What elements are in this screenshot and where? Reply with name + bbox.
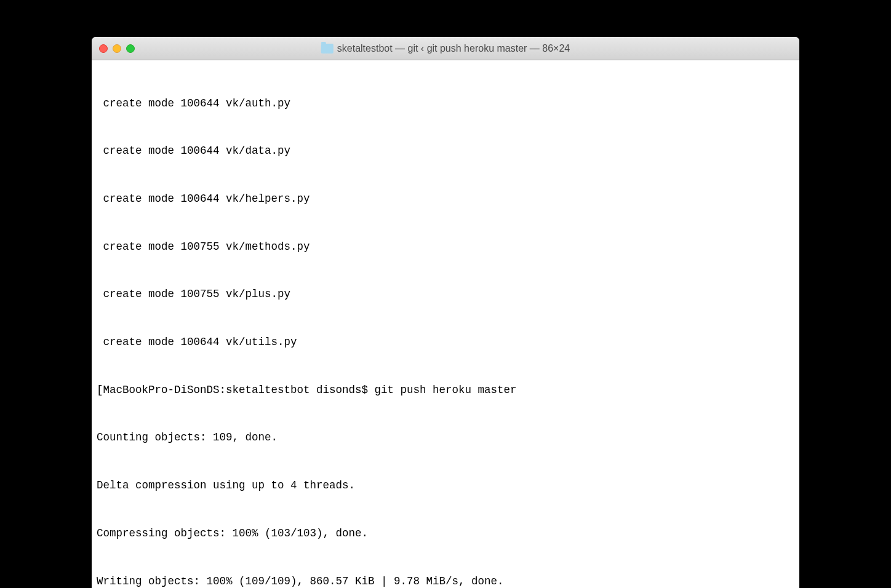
window-titlebar[interactable]: sketaltestbot — git ‹ git push heroku ma… xyxy=(92,37,799,60)
terminal-line: Counting objects: 109, done. xyxy=(97,430,794,446)
zoom-button[interactable] xyxy=(126,44,135,53)
close-button[interactable] xyxy=(99,44,108,53)
terminal-line: create mode 100755 vk/plus.py xyxy=(97,287,794,303)
terminal-line: [MacBookPro-DiSonDS:sketaltestbot disond… xyxy=(97,383,794,399)
terminal-line: create mode 100644 vk/auth.py xyxy=(97,96,794,112)
terminal-line: create mode 100644 vk/helpers.py xyxy=(97,191,794,207)
terminal-line: Writing objects: 100% (109/109), 860.57 … xyxy=(97,574,794,589)
traffic-lights xyxy=(99,44,135,53)
folder-icon xyxy=(321,44,334,54)
window-title-text: sketaltestbot — git ‹ git push heroku ma… xyxy=(337,43,570,54)
minimize-button[interactable] xyxy=(113,44,121,53)
terminal-line: create mode 100644 vk/data.py xyxy=(97,143,794,159)
terminal-line: Delta compression using up to 4 threads. xyxy=(97,478,794,494)
terminal-window: sketaltestbot — git ‹ git push heroku ma… xyxy=(92,37,799,588)
terminal-line: create mode 100755 vk/methods.py xyxy=(97,239,794,255)
window-title: sketaltestbot — git ‹ git push heroku ma… xyxy=(321,43,570,54)
terminal-line: Compressing objects: 100% (103/103), don… xyxy=(97,526,794,542)
terminal-line: create mode 100644 vk/utils.py xyxy=(97,335,794,351)
terminal-content[interactable]: create mode 100644 vk/auth.py create mod… xyxy=(92,60,799,588)
